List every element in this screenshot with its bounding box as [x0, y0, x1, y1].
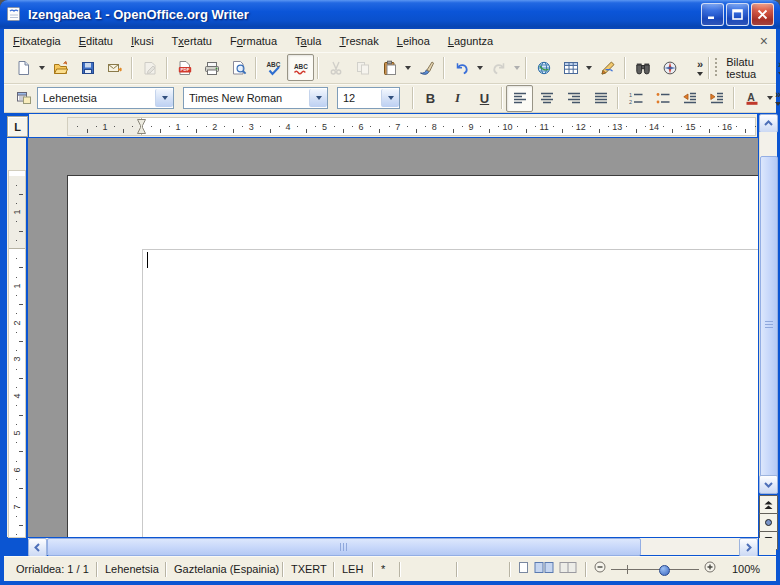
ruler-tick: [16, 221, 17, 222]
previous-page-button[interactable]: [759, 495, 778, 514]
ruler-tick: [19, 525, 23, 526]
edit-file-button[interactable]: [136, 54, 163, 81]
format-paintbrush-button[interactable]: [413, 54, 440, 81]
modified-flag-cell[interactable]: *: [373, 562, 400, 577]
font-color-button[interactable]: A: [738, 85, 765, 112]
indent-marker[interactable]: [137, 119, 146, 134]
find-toolbar-overflow-button[interactable]: »: [776, 60, 780, 76]
export-pdf-button[interactable]: PDF: [171, 54, 198, 81]
scroll-down-button[interactable]: [759, 475, 778, 494]
paste-button[interactable]: [376, 54, 403, 81]
paragraph-style-combobox[interactable]: Lehenetsia: [37, 87, 174, 109]
zoom-slider-track[interactable]: [611, 565, 699, 574]
save-button[interactable]: [74, 54, 101, 81]
title-bar[interactable]: Izengabea 1 - OpenOffice.org Writer: [0, 0, 780, 29]
auto-spellcheck-button[interactable]: ABC: [287, 54, 314, 81]
email-document-button[interactable]: [101, 54, 128, 81]
cut-button[interactable]: [322, 54, 349, 81]
redo-button[interactable]: [485, 54, 512, 81]
single-page-view-button[interactable]: [518, 561, 529, 578]
numbered-list-button[interactable]: 12: [622, 85, 649, 112]
vertical-scroll-track[interactable]: [759, 132, 777, 492]
styles-panel-button[interactable]: [10, 85, 37, 112]
chevron-down-icon[interactable]: [765, 86, 775, 111]
chevron-down-icon[interactable]: [37, 55, 47, 80]
print-button[interactable]: [198, 54, 225, 81]
ruler-tick: [755, 126, 756, 127]
spellcheck-button[interactable]: ABC: [260, 54, 287, 81]
insert-table-button[interactable]: [557, 54, 584, 81]
find-text-input[interactable]: Bilatu testua: [726, 56, 764, 80]
menu-txertatu[interactable]: Txertatu: [163, 32, 221, 50]
font-size-combobox[interactable]: 12: [337, 87, 400, 109]
ruler-tick: [233, 129, 234, 133]
scroll-right-button[interactable]: [739, 538, 758, 557]
menu-leihoa[interactable]: Leihoa: [388, 32, 439, 50]
zoom-percentage[interactable]: 100%: [724, 562, 772, 577]
find-toolbar-grip[interactable]: [715, 58, 718, 78]
language-cell[interactable]: Gaztelania (Espainia): [166, 562, 283, 577]
decrease-indent-button[interactable]: [676, 85, 703, 112]
chevron-down-icon[interactable]: [475, 55, 485, 80]
align-center-button[interactable]: [533, 85, 560, 112]
navigation-button[interactable]: [759, 513, 778, 532]
menu-formatua[interactable]: Formatua: [221, 32, 286, 50]
hyperlink-globe-button[interactable]: [530, 54, 557, 81]
menu-ikusi[interactable]: Ikusi: [122, 32, 163, 50]
chevron-down-icon[interactable]: [155, 89, 173, 107]
menu-editatu[interactable]: Editatu: [70, 32, 122, 50]
page-number-cell[interactable]: Orrialdea: 1 / 1: [8, 562, 97, 577]
italic-button[interactable]: I: [444, 85, 471, 112]
horizontal-scroll-thumb[interactable]: [47, 538, 641, 556]
page-preview-button[interactable]: [225, 54, 252, 81]
close-document-icon[interactable]: ×: [760, 34, 768, 48]
bullet-list-button[interactable]: [649, 85, 676, 112]
multi-page-view-button[interactable]: [534, 561, 554, 578]
draw-functions-button[interactable]: [594, 54, 621, 81]
find-replace-button[interactable]: [629, 54, 656, 81]
chevron-down-icon[interactable]: [381, 89, 399, 107]
minimize-button[interactable]: [701, 3, 724, 26]
page-style-cell[interactable]: Lehenetsia: [97, 562, 166, 577]
bold-button[interactable]: B: [417, 85, 444, 112]
chevron-down-icon[interactable]: [309, 89, 327, 107]
new-document-button[interactable]: [10, 54, 37, 81]
tab-stop-selector[interactable]: L: [7, 116, 28, 137]
zoom-in-button[interactable]: [704, 561, 716, 577]
menu-laguntza[interactable]: Laguntza: [439, 32, 502, 50]
insert-mode-cell[interactable]: TXERT: [283, 562, 334, 577]
maximize-button[interactable]: [726, 3, 749, 26]
chevron-down-icon[interactable]: [512, 55, 522, 80]
ruler-tick: [16, 369, 17, 370]
vertical-scroll-thumb[interactable]: [760, 156, 778, 494]
selection-mode-cell[interactable]: LEH: [334, 562, 373, 577]
book-view-button[interactable]: [559, 561, 577, 578]
increase-indent-button[interactable]: [703, 85, 730, 112]
chevron-down-icon[interactable]: [584, 55, 594, 80]
toolbar-overflow-button[interactable]: »: [697, 60, 703, 76]
undo-button[interactable]: [448, 54, 475, 81]
zoom-out-button[interactable]: [594, 561, 606, 577]
text-boundary: [142, 249, 758, 537]
scroll-left-button[interactable]: [28, 538, 47, 557]
horizontal-scrollbar[interactable]: [28, 538, 758, 555]
align-justify-button[interactable]: [587, 85, 614, 112]
menu-tresnak[interactable]: Tresnak: [330, 32, 387, 50]
ruler-tick: [16, 203, 17, 204]
scroll-up-button[interactable]: [759, 114, 778, 133]
ruler-tick: [96, 126, 97, 127]
navigator-button[interactable]: [656, 54, 683, 81]
font-name-combobox[interactable]: Times New Roman: [183, 87, 328, 109]
open-folder-button[interactable]: [47, 54, 74, 81]
formatting-overflow-button[interactable]: »: [775, 90, 780, 106]
chevron-down-icon[interactable]: [403, 55, 413, 80]
menu-taula[interactable]: Taula: [286, 32, 330, 50]
align-left-button[interactable]: [506, 85, 533, 112]
underline-button[interactable]: U: [471, 85, 498, 112]
menu-fitxategia[interactable]: Fitxategia: [4, 32, 70, 50]
close-button[interactable]: [751, 3, 774, 26]
copy-button[interactable]: [349, 54, 376, 81]
align-right-button[interactable]: [560, 85, 587, 112]
document-page[interactable]: [67, 175, 758, 537]
zoom-slider-thumb[interactable]: [659, 565, 670, 576]
